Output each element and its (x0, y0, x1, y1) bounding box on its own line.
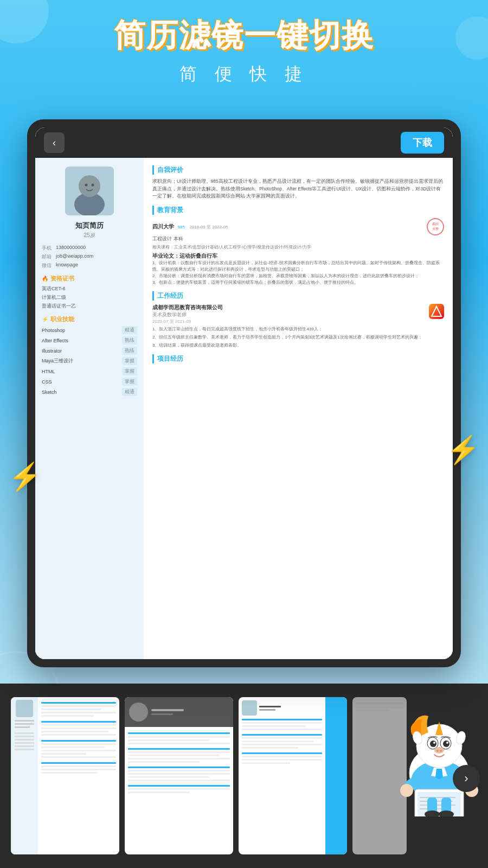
work-desc-2: 2、担任五年级班主任兼数学、美术老师，着力于培养学生创造能力，1个月内策划3次艺… (152, 334, 444, 341)
next-icon: › (464, 771, 468, 786)
skill-illustrator: Illustrator 熟练 (42, 347, 137, 355)
lightning-right-icon: ⚡ (446, 434, 480, 465)
nav-bar: ‹ 下载 (35, 127, 453, 158)
main-title: 简历滤镜一键切换 (0, 16, 488, 54)
thumbnail-1[interactable] (11, 697, 119, 854)
back-button[interactable]: ‹ (44, 132, 65, 153)
svg-point-3 (85, 184, 88, 187)
svg-point-21 (436, 750, 439, 752)
skill-html: HTML 掌握 (42, 367, 137, 375)
sub-title: 简 便 快 捷 (0, 62, 488, 86)
back-icon: ‹ (53, 137, 56, 149)
edu-major: 工程设计 本科 (152, 235, 444, 242)
svg-point-27 (400, 784, 413, 797)
device-inner: ‹ 下载 (35, 127, 453, 659)
device-frame: ‹ 下载 (27, 119, 461, 667)
work-company-row: 成都学而思教育咨询有限公司 美术及数学老师 2020-07 至 2021-09 (152, 304, 444, 324)
contact-wechat: 微信 knowpage (42, 262, 137, 269)
svg-point-4 (92, 184, 94, 187)
resume-sidebar: 知页简历 25岁 手机 13800000000 邮箱 job@weiapp.co… (35, 158, 144, 659)
svg-marker-9 (435, 769, 443, 780)
skill-css: CSS 掌握 (42, 378, 137, 386)
skill-sketch: Sketch 精通 (42, 388, 137, 396)
svg-marker-5 (432, 307, 441, 316)
svg-point-20 (434, 747, 444, 754)
svg-point-17 (443, 741, 450, 747)
skill-photoshop: Photoshop 精通 (42, 326, 137, 334)
edu-project-1: 1、设计初衷：以数自行车设计的出发点是反思设计，从社会-经济-技术因素分析自行车… (152, 260, 444, 273)
cert-1: 英语CET-6 (42, 285, 137, 292)
svg-point-16 (430, 741, 436, 747)
self-eval-content: 求职意向：UI设计师助理。985高校工程设计专业，熟悉产品设计流程，有一定的团队… (152, 178, 444, 200)
project-title-section: 项目经历 (152, 354, 444, 363)
mascot-unicorn (385, 675, 488, 816)
svg-point-18 (433, 742, 435, 744)
skill-maya: Maya三维设计 掌握 (42, 357, 137, 365)
svg-point-2 (79, 175, 100, 197)
company-logo (429, 304, 444, 319)
resume-name: 知页简历 (42, 221, 137, 231)
work-desc-3: 3、培训结束，获得授课点最受欢迎老师表彰。 (152, 342, 444, 349)
title-section: 简历滤镜一键切换 简 便 快 捷 (0, 0, 488, 86)
work-desc-1: 1、加入浙江常山招生点，每日完成超高强度线下招生，包含小升初各年级并招生439人… (152, 326, 444, 333)
svg-rect-30 (418, 792, 461, 816)
resume-content: 知页简历 25岁 手机 13800000000 邮箱 job@weiapp.co… (35, 158, 453, 659)
thumbnail-3[interactable] (239, 697, 347, 854)
contact-section: 手机 13800000000 邮箱 job@weiapp.com 微信 know… (42, 245, 137, 269)
svg-point-19 (446, 742, 448, 744)
contact-email: 邮箱 job@weiapp.com (42, 253, 137, 260)
resume-age: 25岁 (42, 232, 137, 239)
edu-project-3: 3、创新点：便捷的车锁装置，适用于任何紧缩的锁车地点；折叠后的形状，满足占地小、… (152, 279, 444, 286)
cert-2: 计算机二级 (42, 294, 137, 301)
edu-courses: 相关课程：工业美术/造型设计基础/人机工程学/心理学/视觉传达设计/环境设计/力… (152, 244, 444, 250)
next-button[interactable]: › (453, 765, 480, 792)
skills-section-title: 职业技能 (42, 315, 137, 323)
edu-project-2: 2、市场分析：调查分析现有消费市场对自行车的需求，如租赁、承载货物等因素，加以以… (152, 273, 444, 279)
cert-3: 普通话证书一乙 (42, 303, 137, 310)
self-eval-title: 自我评价 (152, 165, 444, 175)
skill-aftereffects: After Effects 熟练 (42, 336, 137, 344)
download-button[interactable]: 下载 (401, 132, 444, 154)
edu-school-row: 四川大学 985 2018-09 至 2022-05 四川大学 (152, 218, 444, 235)
school-stamp: 四川大学 (427, 218, 444, 235)
work-title: 工作经历 (152, 291, 444, 301)
edu-title: 教育背景 (152, 206, 444, 215)
svg-point-22 (440, 750, 442, 752)
contact-phone: 手机 13800000000 (42, 245, 137, 252)
edu-project-title: 毕业论文：运动折叠自行车 (152, 253, 444, 260)
avatar (65, 167, 114, 215)
thumbnail-2[interactable] (125, 697, 233, 854)
certs-section-title: 资格证书 (42, 275, 137, 283)
lightning-left-icon: ⚡ (8, 461, 42, 493)
resume-main-content: 自我评价 求职意向：UI设计师助理。985高校工程设计专业，熟悉产品设计流程，有… (144, 158, 453, 659)
